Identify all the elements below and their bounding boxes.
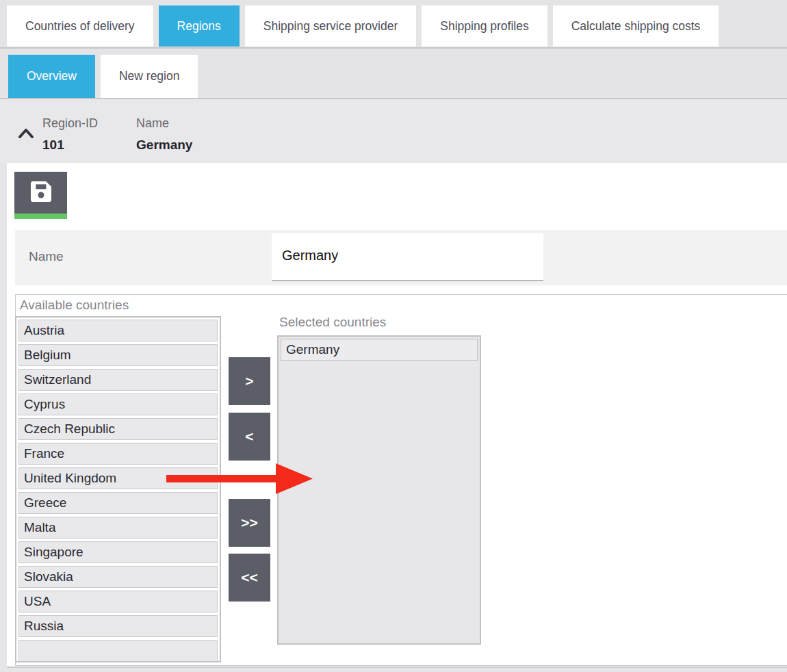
regions-admin-page: Countries of deliveryRegionsShipping ser… xyxy=(0,0,787,672)
move-left-button[interactable]: < xyxy=(229,413,270,461)
move-right-button[interactable]: > xyxy=(229,357,270,405)
available-country-option[interactable]: Belgium xyxy=(18,344,218,366)
summary-field-label: Region-ID xyxy=(42,116,98,131)
available-country-option[interactable]: United Kingdom xyxy=(18,467,218,489)
primary-tab[interactable]: Countries of delivery xyxy=(7,5,153,47)
summary-field: Name Germany xyxy=(136,116,192,153)
region-summary-fields: Region-ID 101 Name Germany xyxy=(42,116,192,153)
available-country-option[interactable]: Malta xyxy=(18,517,218,539)
available-country-option[interactable]: Austria xyxy=(18,320,218,341)
available-country-option[interactable]: USA xyxy=(18,591,218,612)
available-country-option[interactable]: France xyxy=(18,443,218,465)
secondary-tab[interactable]: New region xyxy=(101,55,198,98)
move-all-left-button[interactable]: << xyxy=(229,554,270,602)
available-countries-list[interactable]: AustriaBelgiumSwitzerlandCyprusCzech Rep… xyxy=(15,316,221,662)
primary-tab[interactable]: Calculate shipping costs xyxy=(553,5,719,47)
selected-country-option[interactable]: Germany xyxy=(281,339,478,361)
name-form-row: Name xyxy=(15,230,787,285)
selected-countries-list[interactable]: Germany xyxy=(277,335,481,645)
summary-field-label: Name xyxy=(136,116,192,131)
primary-tab[interactable]: Regions xyxy=(159,5,240,47)
available-country-option[interactable]: Switzerland xyxy=(18,369,218,391)
primary-tab[interactable]: Shipping profiles xyxy=(422,5,547,47)
summary-field-value: Germany xyxy=(136,138,192,153)
chevron-up-icon[interactable] xyxy=(18,128,34,142)
available-country-option[interactable]: Cyprus xyxy=(18,393,218,415)
floppy-disk-icon xyxy=(27,178,55,207)
available-country-option[interactable]: Greece xyxy=(18,492,218,514)
country-transfer-group: Available countries AustriaBelgiumSwitze… xyxy=(15,294,787,666)
summary-field-value: 101 xyxy=(42,138,98,153)
save-button[interactable] xyxy=(14,172,67,219)
secondary-tabbar: OverviewNew region xyxy=(0,49,787,99)
primary-tab[interactable]: Shipping service provider xyxy=(245,5,417,47)
primary-tabbar: Countries of deliveryRegionsShipping ser… xyxy=(0,0,787,49)
region-detail-panel: Name Available countries AustriaBelgiumS… xyxy=(7,163,787,668)
region-record-header: Region-ID 101 Name Germany xyxy=(0,99,787,163)
name-field-label: Name xyxy=(29,249,64,264)
available-country-option[interactable]: Russia xyxy=(18,615,218,637)
available-countries-label: Available countries xyxy=(18,298,131,313)
summary-field: Region-ID 101 xyxy=(42,116,98,153)
available-country-option[interactable]: Singapore xyxy=(18,541,218,563)
available-country-option[interactable]: Slovakia xyxy=(18,566,218,588)
selected-countries-label: Selected countries xyxy=(279,315,386,330)
move-all-right-button[interactable]: >> xyxy=(229,499,270,547)
available-country-option[interactable]: Czech Republic xyxy=(18,418,218,440)
list-filler-item xyxy=(18,640,218,662)
region-name-input[interactable] xyxy=(272,233,543,281)
secondary-tab[interactable]: Overview xyxy=(8,55,95,98)
